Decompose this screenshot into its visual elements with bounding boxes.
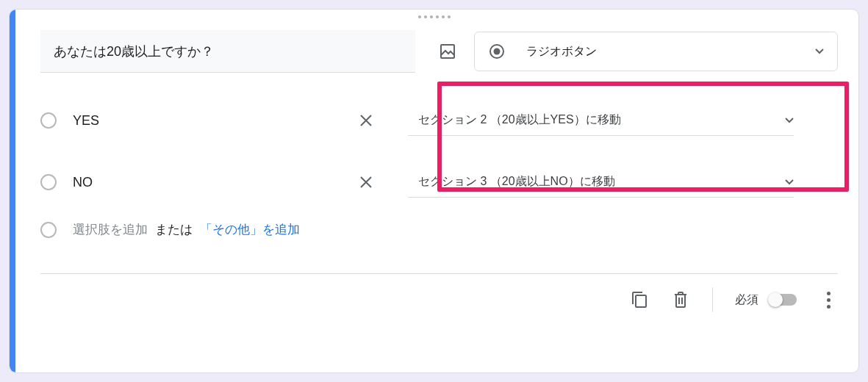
goto-label: セクション 2 （20歳以上YES）に移動 (418, 112, 621, 128)
goto-label: セクション 3 （20歳以上NO）に移動 (418, 174, 615, 190)
add-or-text: または (155, 221, 193, 238)
question-card: ラジオボタン YES セクション 2 （20歳以上YES）に移動 (9, 9, 859, 373)
question-type-select[interactable]: ラジオボタン (474, 32, 838, 71)
more-options-button[interactable] (819, 292, 838, 309)
svg-rect-0 (441, 45, 454, 58)
option-text-input[interactable]: YES (73, 113, 359, 129)
required-control: 必須 (735, 292, 797, 308)
options-container: YES セクション 2 （20歳以上YES）に移動 NO (40, 102, 838, 238)
copy-icon (631, 291, 648, 309)
dot-icon (827, 292, 831, 295)
remove-option-button[interactable] (359, 114, 373, 127)
toggle-knob (768, 292, 783, 307)
option-text-input[interactable]: NO (73, 175, 359, 190)
type-label: ラジオボタン (526, 44, 597, 60)
radio-circle-icon (40, 112, 57, 129)
svg-point-2 (494, 48, 501, 55)
card-content: ラジオボタン YES セクション 2 （20歳以上YES）に移動 (10, 10, 858, 372)
option-row: NO セクション 3 （20歳以上NO）に移動 (40, 164, 838, 201)
divider (40, 273, 838, 274)
vertical-divider (712, 287, 713, 312)
radio-circle-icon (40, 174, 57, 190)
header-row: ラジオボタン (40, 30, 838, 73)
image-icon (439, 43, 456, 60)
chevron-down-icon (785, 179, 794, 185)
add-image-button[interactable] (437, 41, 458, 62)
chevron-down-icon (785, 118, 794, 123)
close-icon (359, 114, 373, 127)
question-title-input[interactable] (40, 30, 415, 73)
required-label: 必須 (735, 292, 758, 308)
goto-section-select[interactable]: セクション 2 （20歳以上YES）に移動 (408, 105, 794, 136)
option-row: YES セクション 2 （20歳以上YES）に移動 (40, 102, 838, 139)
trash-icon (672, 291, 689, 309)
add-option-button[interactable]: 選択肢を追加 (73, 221, 148, 238)
close-icon (359, 176, 373, 189)
dot-icon (827, 305, 831, 309)
add-option-row: 選択肢を追加 または 「その他」を追加 (40, 221, 838, 238)
dot-icon (827, 298, 831, 302)
delete-button[interactable] (671, 290, 690, 309)
chevron-down-icon (815, 48, 824, 54)
drag-handle-icon[interactable] (418, 15, 451, 18)
goto-section-select[interactable]: セクション 3 （20歳以上NO）に移動 (408, 167, 794, 198)
duplicate-button[interactable] (630, 290, 649, 309)
radio-icon (488, 43, 506, 60)
footer-row: 必須 (40, 287, 838, 324)
add-other-button[interactable]: 「その他」を追加 (200, 221, 300, 238)
remove-option-button[interactable] (359, 176, 373, 189)
radio-circle-icon (40, 222, 57, 238)
required-toggle[interactable] (769, 294, 797, 306)
svg-rect-3 (636, 295, 646, 307)
